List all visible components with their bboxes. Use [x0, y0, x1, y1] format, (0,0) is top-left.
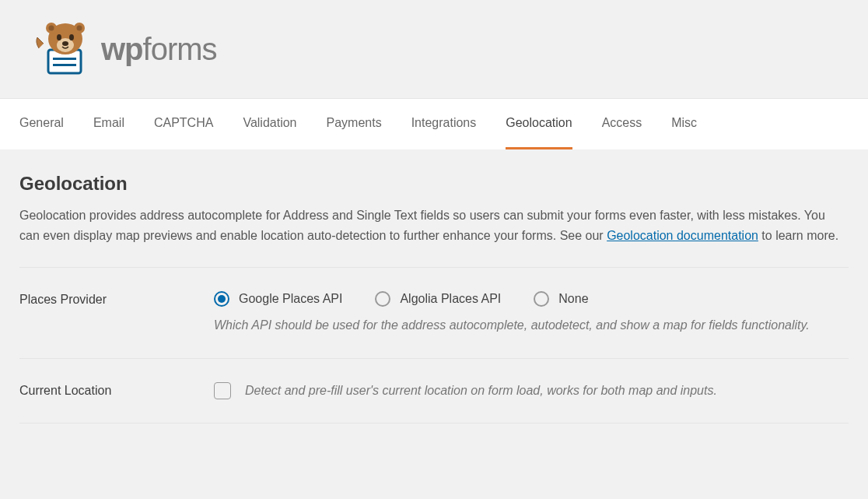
svg-point-7 — [77, 26, 82, 31]
svg-point-10 — [69, 34, 74, 40]
setting-places-provider: Places Provider Google Places APIAlgolia… — [19, 268, 849, 359]
radio-button[interactable] — [375, 291, 390, 307]
logo-forms: forms — [143, 32, 217, 67]
places-provider-option[interactable]: Google Places API — [214, 291, 342, 307]
places-provider-radio-group: Google Places APIAlgolia Places APINone — [214, 291, 849, 307]
current-location-checkbox-label: Detect and pre-fill user's current locat… — [245, 384, 717, 398]
geolocation-docs-link[interactable]: Geolocation documentation — [607, 229, 758, 242]
svg-point-9 — [57, 34, 61, 40]
tab-geolocation[interactable]: Geolocation — [506, 99, 572, 149]
radio-button[interactable] — [214, 291, 229, 307]
places-provider-option[interactable]: None — [534, 291, 588, 307]
current-location-checkbox[interactable] — [214, 382, 231, 399]
svg-point-11 — [62, 41, 68, 46]
places-provider-help: Which API should be used for the address… — [214, 316, 849, 335]
page-title: Geolocation — [19, 173, 849, 195]
tab-captcha[interactable]: CAPTCHA — [154, 99, 213, 149]
setting-label-current-location: Current Location — [19, 382, 214, 399]
tab-validation[interactable]: Validation — [243, 99, 296, 149]
svg-rect-1 — [53, 58, 76, 60]
radio-label: Google Places API — [239, 292, 342, 306]
setting-label-places-provider: Places Provider — [19, 291, 214, 335]
settings-tabs: GeneralEmailCAPTCHAValidationPaymentsInt… — [0, 98, 868, 149]
setting-control-current-location: Detect and pre-fill user's current locat… — [214, 382, 849, 399]
svg-rect-2 — [53, 64, 76, 66]
header: wpforms — [0, 0, 868, 98]
radio-label: None — [558, 292, 588, 306]
tab-payments[interactable]: Payments — [326, 99, 381, 149]
tab-general[interactable]: General — [19, 99, 64, 149]
tab-access[interactable]: Access — [602, 99, 642, 149]
radio-label: Algolia Places API — [400, 292, 501, 306]
setting-current-location: Current Location Detect and pre-fill use… — [19, 359, 849, 423]
current-location-checkbox-item[interactable]: Detect and pre-fill user's current locat… — [214, 382, 849, 399]
tab-integrations[interactable]: Integrations — [411, 99, 477, 149]
svg-point-6 — [49, 26, 54, 31]
desc-text-after: to learn more. — [758, 229, 838, 242]
page-description: Geolocation provides address autocomplet… — [19, 206, 849, 268]
logo-bear-icon — [23, 17, 93, 81]
settings-content: Geolocation Geolocation provides address… — [0, 149, 868, 423]
places-provider-option[interactable]: Algolia Places API — [375, 291, 501, 307]
tab-misc[interactable]: Misc — [671, 99, 697, 149]
setting-control-places-provider: Google Places APIAlgolia Places APINone … — [214, 291, 849, 335]
tab-email[interactable]: Email — [93, 99, 124, 149]
logo: wpforms — [23, 17, 849, 81]
radio-button[interactable] — [534, 291, 549, 307]
logo-text: wpforms — [101, 32, 217, 67]
logo-wp: wp — [101, 32, 143, 67]
